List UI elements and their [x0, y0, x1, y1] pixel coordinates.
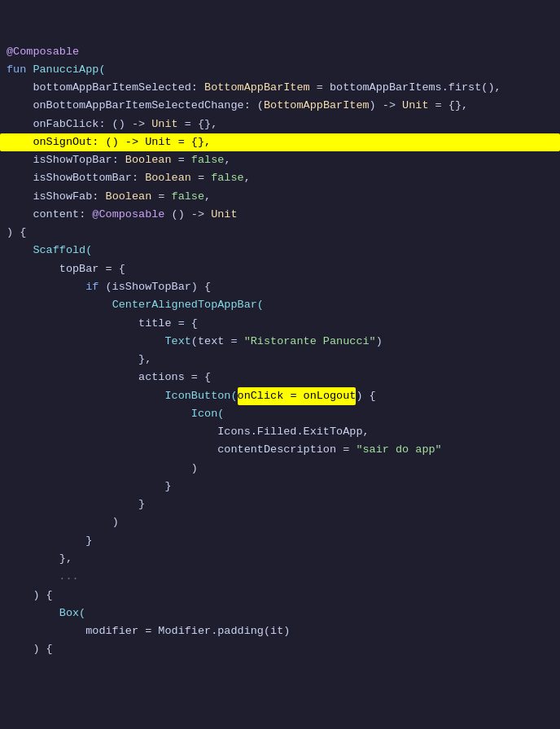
line-content-desc: contentDescription = "sair do app": [0, 441, 560, 459]
line-ellipsis: ...: [0, 568, 560, 586]
line-param1: bottomAppBarItemSelected: BottomAppBarIt…: [0, 79, 560, 97]
line-param5: isShowTopBar: Boolean = false,: [0, 151, 560, 169]
line-param3: onFabClick: () -> Unit = {},: [0, 116, 560, 133]
line-icon: Icon(: [0, 405, 560, 423]
line-param6: isShowBottomBar: Boolean = false,: [0, 169, 560, 187]
line-close-paren: ) {: [0, 224, 560, 242]
line-param8: content: @Composable () -> Unit: [0, 206, 560, 224]
line-actions-close: }: [0, 495, 560, 513]
line-topbar-close: },: [0, 550, 560, 568]
line-annotation: @Composable: [0, 43, 560, 61]
line-center: CenterAlignedTopAppBar(: [0, 296, 560, 314]
line-center-close: ): [0, 513, 560, 531]
line-text: Text(text = "Ristorante Panucci"): [0, 333, 560, 351]
line-modifier: modifier = Modifier.padding(it): [0, 622, 560, 640]
line-param7: isShowFab: Boolean = false,: [0, 188, 560, 206]
line-if: if (isShowTopBar) {: [0, 278, 560, 296]
line-box: Box(: [0, 605, 560, 622]
line-icon-close: ): [0, 460, 560, 478]
line-scaffold: Scaffold(: [0, 242, 560, 260]
line-title-close: },: [0, 351, 560, 369]
line-actions: actions = {: [0, 369, 560, 386]
line-fun: fun PanucciApp(: [0, 61, 560, 79]
line-title: title = {: [0, 315, 560, 333]
line-param2: onBottomAppBarItemSelectedChange: (Botto…: [0, 97, 560, 115]
line-param4: onSignOut: () -> Unit = {},: [0, 133, 560, 151]
line-scaffold-close: ) {: [0, 587, 560, 605]
line-if-close: }: [0, 532, 560, 550]
line-topbar: topBar = {: [0, 260, 560, 278]
code-container: @Composablefun PanucciApp( bottomAppBarI…: [0, 0, 560, 666]
line-icons-filled: Icons.Filled.ExitToApp,: [0, 423, 560, 441]
line-iconbutton: IconButton(onClick = onLogout) {: [0, 387, 560, 405]
line-iconbutton-close: }: [0, 478, 560, 495]
line-last: ) {: [0, 640, 560, 658]
